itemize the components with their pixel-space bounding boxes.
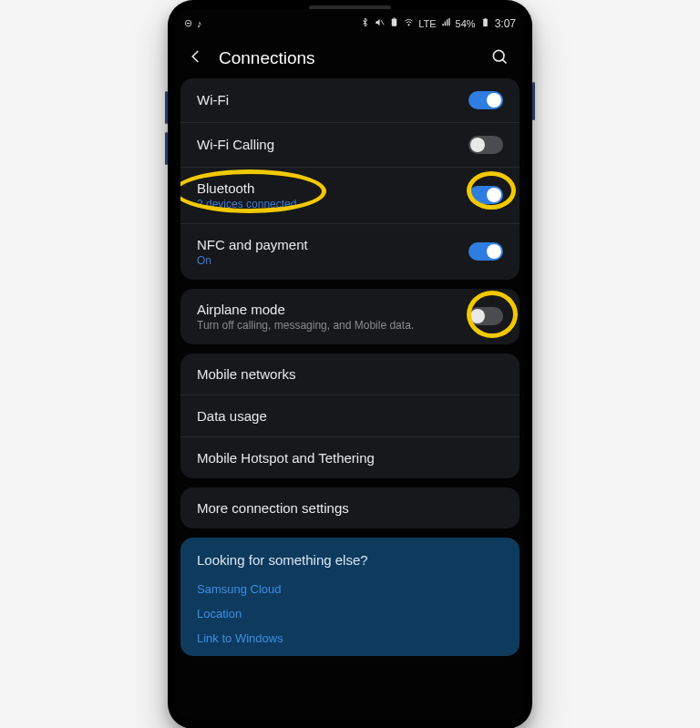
row-airplane[interactable]: Airplane mode Turn off calling, messagin…	[180, 289, 520, 344]
battery-percent: 54%	[456, 18, 476, 29]
bluetooth-sub: 2 devices connected.	[197, 198, 300, 210]
search-button[interactable]	[490, 47, 509, 69]
hotspot-label: Mobile Hotspot and Tethering	[197, 450, 375, 466]
row-bluetooth[interactable]: Bluetooth 2 devices connected.	[180, 167, 520, 223]
data-usage-label: Data usage	[197, 408, 267, 424]
settings-content[interactable]: Wi-Fi Wi-Fi Calling Bluetooth 2 devices …	[175, 78, 525, 720]
more-settings-label: More connection settings	[197, 500, 349, 516]
airplane-label: Airplane mode	[197, 302, 414, 317]
connections-card-3: Mobile networks Data usage Mobile Hotspo…	[180, 354, 520, 478]
svg-rect-4	[483, 19, 488, 26]
status-bar: ⊝ ♪ LTE 54%	[175, 13, 525, 35]
nfc-sub: On	[197, 254, 308, 267]
suggestion-title: Looking for something else?	[197, 552, 503, 568]
wifi-calling-label: Wi-Fi Calling	[197, 137, 274, 152]
wifi-toggle[interactable]	[468, 91, 503, 109]
clock: 3:07	[495, 17, 516, 30]
signal-icon	[441, 17, 451, 29]
volume-down-edge	[165, 132, 168, 165]
row-data-usage[interactable]: Data usage	[180, 395, 520, 436]
phone-frame: ⊝ ♪ LTE 54%	[168, 0, 532, 728]
row-wifi[interactable]: Wi-Fi	[180, 78, 520, 122]
row-wifi-calling[interactable]: Wi-Fi Calling	[180, 122, 520, 167]
mute-icon	[375, 17, 385, 29]
power-saver-icon	[389, 17, 399, 29]
svg-point-3	[408, 25, 409, 26]
row-nfc[interactable]: NFC and payment On	[180, 223, 520, 280]
volume-up-edge	[165, 91, 168, 124]
wifi-label: Wi-Fi	[197, 92, 229, 108]
row-hotspot[interactable]: Mobile Hotspot and Tethering	[180, 436, 520, 478]
airplane-toggle[interactable]	[468, 307, 503, 325]
connections-card-1: Wi-Fi Wi-Fi Calling Bluetooth 2 devices …	[180, 78, 520, 280]
suggestion-link-samsung-cloud[interactable]: Samsung Cloud	[197, 577, 503, 601]
connections-card-2: Airplane mode Turn off calling, messagin…	[180, 289, 520, 344]
wifi-calling-toggle[interactable]	[468, 136, 503, 154]
battery-icon	[480, 17, 490, 29]
suggestion-card: Looking for something else? Samsung Clou…	[180, 538, 520, 656]
suggestion-link-location[interactable]: Location	[197, 601, 503, 626]
svg-line-0	[381, 20, 384, 26]
row-more-settings[interactable]: More connection settings	[180, 487, 520, 528]
airplane-sub: Turn off calling, messaging, and Mobile …	[197, 319, 414, 332]
power-button-edge	[532, 82, 535, 120]
bluetooth-icon	[360, 17, 370, 29]
back-button[interactable]	[188, 48, 204, 68]
svg-rect-1	[392, 18, 397, 26]
bluetooth-toggle[interactable]	[468, 186, 503, 204]
bluetooth-label: Bluetooth	[197, 180, 300, 196]
music-note-icon: ♪	[197, 18, 202, 29]
header: Connections	[175, 35, 525, 78]
svg-point-6	[493, 50, 504, 61]
svg-rect-2	[394, 17, 396, 18]
svg-rect-5	[484, 18, 486, 19]
connections-card-4: More connection settings	[180, 487, 520, 528]
mobile-networks-label: Mobile networks	[197, 366, 295, 382]
nfc-label: NFC and payment	[197, 237, 308, 252]
svg-line-7	[502, 59, 506, 63]
dnd-icon: ⊝	[184, 17, 192, 29]
nfc-toggle[interactable]	[468, 242, 503, 261]
suggestion-link-windows[interactable]: Link to Windows	[197, 626, 503, 651]
screen: ⊝ ♪ LTE 54%	[175, 9, 525, 720]
page-title: Connections	[219, 48, 476, 68]
row-mobile-networks[interactable]: Mobile networks	[180, 354, 520, 395]
wifi-icon	[404, 17, 414, 29]
network-type: LTE	[418, 18, 436, 29]
